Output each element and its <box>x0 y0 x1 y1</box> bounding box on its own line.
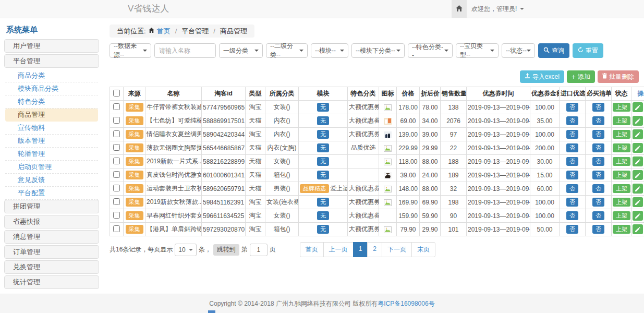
pager-prev[interactable]: 上一页 <box>323 242 354 257</box>
breadcrumb-home-link[interactable]: 首页 <box>157 27 171 36</box>
row-checkbox[interactable] <box>113 185 120 191</box>
sidebar-item-12[interactable]: 拼团管理 <box>4 200 99 213</box>
edit-button[interactable] <box>633 184 643 194</box>
sidebar-item-2[interactable]: 商品分类 <box>5 69 98 82</box>
edit-button[interactable] <box>633 170 643 180</box>
status-toggle[interactable]: 上架 <box>613 157 630 166</box>
must-buy-toggle[interactable]: 否 <box>592 130 604 139</box>
import-select-toggle[interactable]: 否 <box>566 130 578 139</box>
sidebar-item-6[interactable]: 宣传物料 <box>5 122 98 135</box>
status-toggle[interactable]: 上架 <box>613 171 630 179</box>
import-select-toggle[interactable]: 否 <box>566 171 578 179</box>
pager-first[interactable]: 首页 <box>300 242 324 257</box>
must-buy-toggle[interactable]: 否 <box>592 184 604 193</box>
filter-select-7[interactable]: --宝贝类型-- <box>456 43 499 58</box>
filter-select-4[interactable]: --模块-- <box>311 43 348 58</box>
import-excel-button[interactable]: 导入excel <box>520 70 564 83</box>
edit-button[interactable] <box>633 143 643 153</box>
row-checkbox[interactable] <box>113 130 120 137</box>
sidebar-item-3[interactable]: 模块商品分类 <box>5 82 98 95</box>
sidebar-item-16[interactable]: 兑换管理 <box>4 260 99 274</box>
row-checkbox[interactable] <box>113 103 120 110</box>
status-toggle[interactable]: 上架 <box>613 198 630 207</box>
import-select-toggle[interactable]: 否 <box>566 198 578 207</box>
sidebar-item-10[interactable]: 意见反馈 <box>5 174 98 187</box>
pager-page-1[interactable]: 1 <box>353 242 368 257</box>
must-buy-toggle[interactable]: 否 <box>592 157 604 166</box>
feature-cell: 大额优惠券 <box>348 209 379 223</box>
home-button[interactable] <box>452 0 467 18</box>
batch-delete-button[interactable]: 批量删除 <box>598 70 639 83</box>
sidebar-item-13[interactable]: 省惠快报 <box>4 215 99 228</box>
row-checkbox[interactable] <box>113 171 120 178</box>
jump-prefix: 第 <box>241 245 248 254</box>
filter-select-5[interactable]: --模块下分类-- <box>351 43 405 58</box>
pager-next[interactable]: 下一页 <box>382 242 412 257</box>
actions-cell <box>631 101 644 114</box>
sidebar-item-11[interactable]: 平台配置 <box>5 187 98 200</box>
import-select-toggle[interactable]: 否 <box>566 184 578 193</box>
must-buy-toggle[interactable]: 否 <box>592 211 604 220</box>
filter-select-3[interactable]: --二级分类-- <box>266 43 308 58</box>
jump-button[interactable]: 跳转到 <box>213 244 239 256</box>
must-buy-toggle[interactable]: 否 <box>592 103 604 112</box>
status-toggle[interactable]: 上架 <box>613 143 630 152</box>
import-select-toggle[interactable]: 否 <box>566 116 578 125</box>
add-button[interactable]: + 添加 <box>567 70 595 83</box>
pager-page-2[interactable]: 2 <box>367 242 382 257</box>
sidebar-item-14[interactable]: 消息管理 <box>4 230 99 244</box>
edit-button[interactable] <box>633 129 643 139</box>
type-cell: 淘宝 <box>246 223 265 236</box>
row-checkbox[interactable] <box>113 144 120 151</box>
status-toggle[interactable]: 上架 <box>613 225 630 234</box>
row-checkbox[interactable] <box>113 225 120 232</box>
filter-select-8[interactable]: --状态-- <box>502 43 535 58</box>
edit-button[interactable] <box>633 116 643 126</box>
edit-button[interactable] <box>633 224 643 234</box>
pager-last[interactable]: 末页 <box>411 242 435 257</box>
status-toggle[interactable]: 上架 <box>613 130 630 139</box>
import-select-toggle[interactable]: 否 <box>566 103 578 112</box>
status-toggle[interactable]: 上架 <box>613 103 630 112</box>
sidebar-item-15[interactable]: 订单管理 <box>4 245 99 259</box>
filter-select-6[interactable]: --特色分类-- <box>408 43 453 58</box>
icp-link[interactable]: 粤ICP备16098006号 <box>378 300 434 307</box>
query-button[interactable]: 查询 <box>538 43 569 58</box>
filter-select-2[interactable]: 一级分类 <box>219 43 263 58</box>
row-checkbox[interactable] <box>113 212 120 219</box>
must-buy-toggle[interactable]: 否 <box>592 171 604 179</box>
user-menu[interactable]: 欢迎您，管理员! <box>471 0 524 18</box>
sidebar-item-0[interactable]: 用户管理 <box>4 39 99 53</box>
filter-select-0[interactable]: --数据来源-- <box>110 43 151 58</box>
sidebar-item-4[interactable]: 特色分类 <box>5 95 98 109</box>
jump-page-input[interactable] <box>250 244 268 256</box>
must-buy-toggle[interactable]: 否 <box>592 143 604 152</box>
must-buy-toggle[interactable]: 否 <box>592 116 604 125</box>
edit-button[interactable] <box>633 211 643 221</box>
edit-button[interactable] <box>633 197 643 207</box>
sidebar-item-17[interactable]: 统计管理 <box>4 275 99 289</box>
sidebar-item-8[interactable]: 轮播管理 <box>5 148 98 161</box>
sidebar-item-7[interactable]: 版本管理 <box>5 135 98 148</box>
edit-button[interactable] <box>633 156 643 166</box>
select-all-checkbox[interactable] <box>113 90 120 97</box>
sidebar-item-1[interactable]: 平台管理 <box>4 54 99 68</box>
edit-button[interactable] <box>633 102 643 112</box>
per-page-select[interactable]: 10 <box>175 244 196 256</box>
name-search-input[interactable] <box>154 43 216 58</box>
status-toggle[interactable]: 上架 <box>613 211 630 220</box>
row-checkbox[interactable] <box>113 198 120 205</box>
must-buy-toggle[interactable]: 否 <box>592 198 604 207</box>
import-select-toggle[interactable]: 否 <box>566 143 578 152</box>
sidebar-item-9[interactable]: 启动页管理 <box>5 161 98 174</box>
status-toggle[interactable]: 上架 <box>613 116 630 125</box>
row-checkbox[interactable] <box>113 158 120 164</box>
must-buy-toggle[interactable]: 否 <box>592 225 604 234</box>
row-checkbox[interactable] <box>113 117 120 124</box>
import-select-toggle[interactable]: 否 <box>566 157 578 166</box>
status-toggle[interactable]: 上架 <box>613 184 630 193</box>
import-select-toggle[interactable]: 否 <box>566 211 578 220</box>
import-select-toggle[interactable]: 否 <box>566 225 578 234</box>
reset-button[interactable]: 重置 <box>573 43 603 58</box>
sidebar-item-5[interactable]: 商品管理 <box>5 109 98 122</box>
